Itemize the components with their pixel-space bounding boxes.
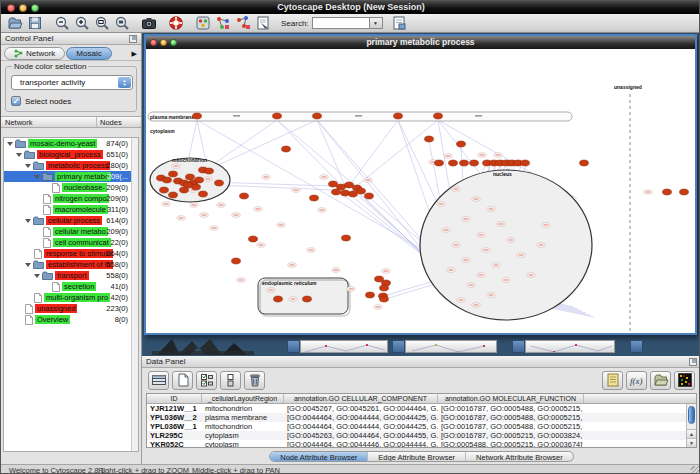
network-node[interactable] (349, 191, 358, 197)
network-node[interactable] (435, 160, 444, 166)
new-attribute-button[interactable] (172, 371, 193, 390)
network-node[interactable] (310, 195, 319, 201)
select-nodes-checkbox[interactable]: ✓ (11, 96, 21, 106)
search-input[interactable] (312, 17, 370, 29)
disclosure-triangle-icon[interactable] (7, 142, 13, 146)
network-node[interactable] (274, 296, 283, 302)
network-node[interactable] (180, 187, 189, 193)
network-node[interactable] (329, 181, 338, 187)
network-node[interactable] (205, 168, 214, 174)
node-color-dropdown[interactable]: transporter activity ▲▼ (11, 75, 133, 90)
network-node[interactable] (282, 146, 291, 152)
network-node[interactable] (240, 193, 249, 199)
zoom-selected-button[interactable] (112, 15, 132, 32)
table-row-YKR052C[interactable]: YKR052Ccytoplasm[GO:0044464, GO:0044446,… (147, 440, 696, 448)
tree-row-mosaic-demo-yeast[interactable]: mosaic-demo-yeast874(0) (4, 138, 138, 149)
network-node[interactable] (365, 193, 374, 199)
formula-builder-button[interactable]: f(x) (626, 371, 647, 390)
zoom-fit-button[interactable] (92, 15, 112, 32)
tree-row-transport[interactable]: transport558(0) (4, 270, 138, 281)
tree-row-cellular-metabo[interactable]: cellular metabo209(0) (4, 226, 138, 237)
zoom-in-button[interactable] (72, 15, 92, 32)
table-scrollbar[interactable]: ▲ ▼ (686, 404, 696, 447)
network-node[interactable] (394, 113, 403, 119)
network-view-titlebar[interactable]: primary metabolic process (146, 36, 695, 49)
tab-overflow-arrow-icon[interactable]: ▶ (132, 50, 139, 58)
tab-edge-attribute-browser[interactable]: Edge Attribute Browser (368, 452, 466, 461)
tree-row-macromolecule[interactable]: macromolecule311(0) (4, 204, 138, 215)
search-dropdown-button[interactable]: ▼ (370, 17, 383, 29)
network-node[interactable] (199, 191, 208, 197)
tab-network-attribute-browser[interactable]: Network Attribute Browser (466, 452, 573, 461)
open-folder-button[interactable] (650, 371, 671, 390)
tab-node-attribute-browser[interactable]: Node Attribute Browser (270, 452, 368, 461)
matrix-view-button[interactable] (674, 371, 695, 390)
network-node[interactable] (580, 160, 589, 166)
vizmapper-button[interactable] (193, 15, 213, 32)
network-node[interactable] (163, 177, 172, 183)
network-node[interactable] (169, 171, 178, 177)
tree-row-biological-process[interactable]: biological_process651(0) (4, 149, 138, 160)
network-node[interactable] (341, 190, 350, 196)
tree-row-response-to-stimulu[interactable]: response to stimulu264(0) (4, 248, 138, 259)
column-network[interactable]: Network (1, 117, 97, 127)
tree-row-secretion[interactable]: secretion41(0) (4, 281, 138, 292)
import-attributes-button[interactable] (602, 371, 623, 390)
tree-row-cellular-process[interactable]: cellular process614(0) (4, 215, 138, 226)
tree-row-overview[interactable]: Overview8(0) (4, 314, 138, 325)
network-node[interactable] (192, 184, 201, 190)
network-node[interactable] (380, 296, 389, 302)
snapshot-button[interactable] (139, 15, 159, 32)
background-frame-edge[interactable] (392, 340, 405, 353)
disclosure-triangle-icon[interactable] (25, 164, 31, 168)
background-frame-edge[interactable] (512, 340, 525, 353)
scroll-down-button[interactable]: ▼ (687, 438, 696, 447)
table-row-YJR121W__1[interactable]: YJR121W__1mitochondrion[GO:0045267, GO:0… (147, 404, 696, 413)
network-node[interactable] (449, 160, 458, 166)
background-frame-edge[interactable] (630, 340, 643, 353)
attribute-pair-button[interactable] (220, 371, 241, 390)
table-header-0[interactable]: ID (147, 394, 202, 403)
tree-row-multi-organism-pro[interactable]: multi-organism pro42(0) (4, 292, 138, 303)
tree-scrollbar[interactable] (131, 138, 138, 451)
tree-row-nucleobase-[interactable]: nucleobase-209(0) (4, 182, 138, 193)
table-header-2[interactable]: annotation.GO CELLULAR_COMPONENT (284, 394, 438, 403)
float-panel-icon[interactable] (129, 35, 137, 43)
network-node[interactable] (345, 182, 354, 188)
open-button[interactable] (5, 15, 25, 32)
network-node[interactable] (160, 187, 169, 193)
network-node[interactable] (470, 160, 479, 166)
network-node[interactable] (366, 292, 375, 298)
tree-row-primary-metabo[interactable]: primary metabo209(... (4, 171, 138, 182)
background-frame-thumb[interactable] (525, 340, 615, 353)
search-options-button[interactable] (389, 15, 409, 32)
table-row-YPL036W__2[interactable]: YPL036W__2plasma membrane[GO:0044464, GO… (147, 413, 696, 422)
column-nodes[interactable]: Nodes (97, 117, 141, 127)
network-node[interactable] (332, 189, 341, 195)
table-header-3[interactable]: annotation.GO MOLECULAR_FUNCTION (438, 394, 584, 403)
network-node[interactable] (380, 285, 389, 291)
network-canvas[interactable]: plasma membranecytoplasmmitochondrionnuc… (146, 49, 695, 333)
network-node[interactable] (303, 296, 312, 302)
tab-mosaic[interactable]: Mosaic (66, 47, 111, 60)
tree-row-unassigned[interactable]: unassigned223(0) (4, 303, 138, 314)
select-attributes-button[interactable] (196, 371, 217, 390)
disclosure-triangle-icon[interactable] (34, 274, 40, 278)
network-node[interactable] (680, 189, 689, 195)
layout-1-button[interactable] (213, 15, 233, 32)
network-node[interactable] (357, 188, 366, 194)
tab-network[interactable]: Network (4, 47, 65, 60)
network-node[interactable] (521, 160, 530, 166)
annotation-button[interactable] (253, 15, 273, 32)
delete-attribute-button[interactable] (244, 371, 265, 390)
network-node[interactable] (195, 177, 204, 183)
tree-row-metabolic-process[interactable]: metabolic process280(0) (4, 160, 138, 171)
background-frame-thumb[interactable] (300, 340, 388, 353)
disclosure-triangle-icon[interactable] (34, 175, 40, 179)
network-node[interactable] (232, 258, 241, 264)
scrollbar-thumb[interactable] (688, 406, 695, 424)
background-frame-thumb[interactable] (405, 340, 497, 353)
network-node[interactable] (169, 192, 178, 198)
network-node[interactable] (215, 180, 224, 186)
tree-row-establishment-of-lo[interactable]: establishment of lo558(0) (4, 259, 138, 270)
